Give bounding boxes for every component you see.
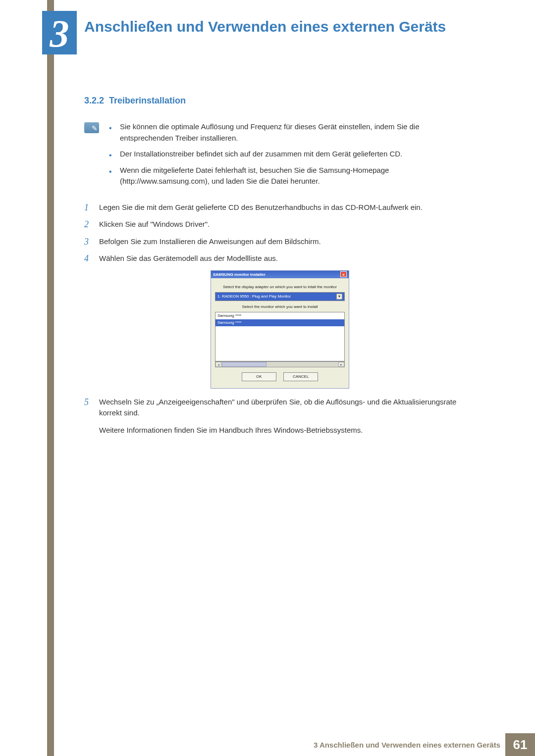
step-text: Legen Sie die mit dem Gerät gelieferte C… bbox=[99, 203, 423, 211]
page-number: 61 bbox=[505, 733, 535, 756]
scroll-thumb[interactable] bbox=[222, 362, 267, 367]
note-block: Sie können die optimale Auflösung und Fr… bbox=[84, 121, 461, 192]
note-item: Der Installationstreiber befindet sich a… bbox=[109, 149, 461, 160]
step-extra-text: Weitere Informationen finden Sie im Hand… bbox=[99, 425, 461, 436]
section-heading: 3.2.2 Treiberinstallation bbox=[84, 94, 461, 107]
ok-button[interactable]: OK bbox=[242, 372, 276, 381]
list-item[interactable]: Samsung **** bbox=[215, 312, 344, 319]
step-item: 5 Wechseln Sie zu „Anzeigeeigenschaften"… bbox=[84, 397, 461, 419]
step-item: 4 Wählen Sie das Gerätemodell aus der Mo… bbox=[84, 253, 461, 389]
adapter-select[interactable]: 1. RADEON 9550 : Plug and Play Monitor ▼ bbox=[215, 292, 345, 301]
content-area: 3.2.2 Treiberinstallation Sie können die… bbox=[84, 94, 461, 442]
note-list: Sie können die optimale Auflösung und Fr… bbox=[109, 121, 461, 192]
chevron-down-icon[interactable]: ▼ bbox=[336, 294, 342, 300]
page-footer: 3 Anschließen und Verwenden eines extern… bbox=[0, 733, 535, 756]
note-item: Sie können die optimale Auflösung und Fr… bbox=[109, 121, 461, 144]
chapter-number-badge: 3 bbox=[42, 11, 77, 54]
step-item: 1 Legen Sie die mit dem Gerät gelieferte… bbox=[84, 202, 461, 213]
installer-dialog: SAMSUNG monitor installer × Select the d… bbox=[211, 270, 349, 389]
step-item: 3 Befolgen Sie zum Installieren die Anwe… bbox=[84, 236, 461, 248]
section-title: Treiberinstallation bbox=[109, 96, 186, 105]
dialog-titlebar: SAMSUNG monitor installer × bbox=[211, 271, 349, 278]
footer-chapter-ref: 3 Anschließen und Verwenden eines extern… bbox=[314, 741, 500, 749]
step-number: 4 bbox=[84, 252, 89, 265]
horizontal-scrollbar[interactable]: ◄ ► bbox=[215, 361, 345, 367]
chapter-title: Anschließen und Verwenden eines externen… bbox=[84, 17, 461, 36]
adapter-label: Select the display adapter on which you … bbox=[215, 284, 345, 290]
step-text: Wechseln Sie zu „Anzeigeeigenschaften" u… bbox=[99, 398, 456, 417]
step-text: Befolgen Sie zum Installieren die Anweis… bbox=[99, 237, 321, 246]
note-item: Wenn die mitgelieferte Datei fehlerhaft … bbox=[109, 165, 461, 187]
scroll-right-icon[interactable]: ► bbox=[338, 362, 344, 367]
step-number: 3 bbox=[84, 235, 89, 249]
scroll-left-icon[interactable]: ◄ bbox=[215, 362, 221, 367]
note-icon bbox=[84, 122, 99, 133]
monitor-label: Select the monitor which you want to ins… bbox=[215, 304, 345, 310]
close-icon[interactable]: × bbox=[340, 271, 347, 277]
step-number: 5 bbox=[84, 396, 89, 409]
dialog-body: Select the display adapter on which you … bbox=[211, 278, 349, 388]
step-text: Klicken Sie auf "Windows Driver". bbox=[99, 220, 210, 228]
side-stripe bbox=[47, 0, 54, 756]
monitor-list[interactable]: Samsung **** Samsung **** bbox=[215, 312, 345, 361]
adapter-value: 1. RADEON 9550 : Plug and Play Monitor bbox=[217, 294, 291, 300]
cancel-button[interactable]: CANCEL bbox=[283, 372, 318, 381]
dialog-buttons: OK CANCEL bbox=[215, 372, 345, 384]
list-item[interactable]: Samsung **** bbox=[215, 319, 344, 326]
steps-list: 1 Legen Sie die mit dem Gerät gelieferte… bbox=[84, 202, 461, 419]
dialog-title: SAMSUNG monitor installer bbox=[213, 271, 266, 278]
step-text: Wählen Sie das Gerätemodell aus der Mode… bbox=[99, 254, 278, 262]
step-item: 2 Klicken Sie auf "Windows Driver". bbox=[84, 219, 461, 230]
step-number: 1 bbox=[84, 201, 89, 214]
section-number: 3.2.2 bbox=[84, 96, 104, 105]
step-number: 2 bbox=[84, 218, 89, 231]
